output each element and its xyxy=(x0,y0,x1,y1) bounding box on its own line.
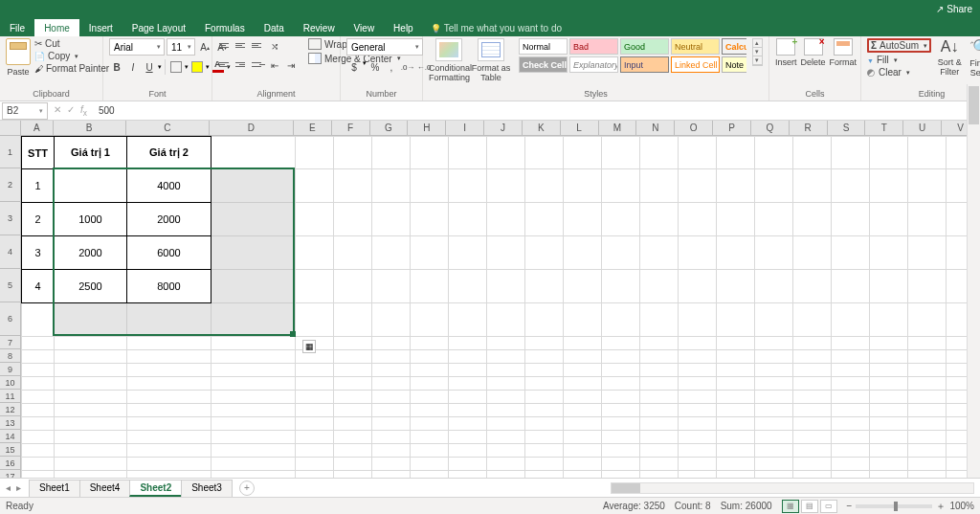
sheet-tab-sheet2[interactable]: Sheet2 xyxy=(129,480,182,497)
cell-style-bad[interactable]: Bad xyxy=(569,38,618,55)
table-cell[interactable]: 6000 xyxy=(127,236,212,270)
cell-grid[interactable]: STTGiá trị 1Giá trị 21500400021000200032… xyxy=(21,136,980,478)
table-cell[interactable]: 2 xyxy=(22,203,55,236)
styles-gallery-scroll[interactable]: ▴▾▾ xyxy=(752,38,763,66)
find-select-button[interactable]: 🔍Find & Select xyxy=(968,38,980,78)
delete-cells-button[interactable]: Delete xyxy=(801,38,826,67)
align-right-button[interactable] xyxy=(251,57,266,71)
tab-page-layout[interactable]: Page Layout xyxy=(122,19,195,36)
row-header-11[interactable]: 11 xyxy=(0,390,20,403)
select-all-corner[interactable] xyxy=(0,121,21,135)
table-cell[interactable]: 3 xyxy=(22,236,55,270)
row-header-7[interactable]: 7 xyxy=(0,336,20,349)
view-normal-button[interactable]: ▦ xyxy=(782,500,799,513)
row-headers[interactable]: 1234567891011121314151617181920212223242… xyxy=(0,136,21,478)
cut-button[interactable]: Cut xyxy=(34,38,109,49)
col-header-A[interactable]: A xyxy=(21,121,54,135)
col-header-K[interactable]: K xyxy=(523,121,561,135)
row-header-17[interactable]: 17 xyxy=(0,470,20,478)
zoom-in-button[interactable]: ＋ xyxy=(936,500,946,513)
row-header-3[interactable]: 3 xyxy=(0,202,20,235)
format-painter-button[interactable]: Format Painter xyxy=(34,63,109,74)
col-header-T[interactable]: T xyxy=(865,121,903,135)
col-header-D[interactable]: D xyxy=(210,121,294,135)
row-header-2[interactable]: 2 xyxy=(0,168,20,202)
percent-format-button[interactable]: % xyxy=(368,59,383,75)
col-header-O[interactable]: O xyxy=(675,121,713,135)
row-header-5[interactable]: 5 xyxy=(0,269,20,302)
quick-analysis-button[interactable]: ▦ xyxy=(302,340,316,353)
cell-style-calculation[interactable]: Calculation xyxy=(722,38,746,55)
conditional-formatting-button[interactable]: Conditional Formatting xyxy=(429,38,469,82)
col-header-Q[interactable]: Q xyxy=(751,121,790,135)
col-header-H[interactable]: H xyxy=(408,121,446,135)
row-header-12[interactable]: 12 xyxy=(0,403,20,416)
italic-button[interactable]: I xyxy=(125,59,141,75)
table-cell[interactable]: 2000 xyxy=(55,236,127,270)
copy-button[interactable]: Copy▾ xyxy=(34,51,109,61)
tab-view[interactable]: View xyxy=(345,19,385,36)
align-bottom-button[interactable] xyxy=(251,38,266,52)
decrease-indent-button[interactable]: ⇤ xyxy=(267,57,282,73)
zoom-level[interactable]: 100% xyxy=(949,501,974,511)
table-cell[interactable]: 2500 xyxy=(55,270,127,303)
format-cells-button[interactable]: Format xyxy=(830,38,858,67)
zoom-slider[interactable] xyxy=(856,504,932,508)
accounting-format-button[interactable]: $ xyxy=(346,59,362,75)
cell-style-explanatory-[interactable]: Explanatory... xyxy=(569,56,618,73)
fill-button[interactable]: Fill▾ xyxy=(867,55,931,65)
col-header-U[interactable]: U xyxy=(903,121,942,135)
table-cell[interactable]: 1 xyxy=(22,169,55,203)
autosum-button[interactable]: AutoSum▾ xyxy=(871,40,927,51)
horizontal-scrollbar[interactable] xyxy=(611,482,974,494)
row-header-6[interactable]: 6 xyxy=(0,302,20,336)
increase-font-button[interactable]: A▴ xyxy=(197,39,212,55)
sheet-tab-sheet4[interactable]: Sheet4 xyxy=(79,480,131,497)
table-cell[interactable]: 4000 xyxy=(127,169,212,203)
row-header-8[interactable]: 8 xyxy=(0,349,20,363)
sheet-tab-sheet3[interactable]: Sheet3 xyxy=(181,480,233,497)
column-headers[interactable]: ABCDEFGHIJKLMNOPQRSTUV xyxy=(0,121,980,136)
sheet-tab-sheet1[interactable]: Sheet1 xyxy=(29,480,80,497)
enter-formula-icon[interactable]: ✓ xyxy=(67,104,75,118)
row-header-4[interactable]: 4 xyxy=(0,235,20,269)
number-format-combo[interactable]: General xyxy=(346,38,423,56)
row-header-9[interactable]: 9 xyxy=(0,363,20,376)
cancel-formula-icon[interactable]: ✕ xyxy=(54,104,61,118)
increase-indent-button[interactable]: ⇥ xyxy=(283,57,299,73)
table-cell[interactable]: 4 xyxy=(22,270,55,303)
font-name-combo[interactable]: Arial xyxy=(109,38,165,56)
insert-cells-button[interactable]: Insert xyxy=(775,38,797,67)
table-cell[interactable]: 1000 xyxy=(55,203,127,236)
view-page-break-button[interactable]: ▭ xyxy=(820,500,837,513)
sheet-nav-prev[interactable]: ◂ xyxy=(6,482,11,493)
align-center-button[interactable] xyxy=(234,57,250,71)
underline-button[interactable]: U xyxy=(142,59,157,75)
font-size-combo[interactable]: 11 xyxy=(167,38,195,56)
row-header-15[interactable]: 15 xyxy=(0,443,20,457)
col-header-S[interactable]: S xyxy=(828,121,866,135)
bold-button[interactable]: B xyxy=(109,59,124,75)
cell-style-note[interactable]: Note xyxy=(722,56,746,73)
row-header-13[interactable]: 13 xyxy=(0,416,20,430)
tell-me-search[interactable]: Tell me what you want to do xyxy=(431,23,562,36)
name-box[interactable]: B2 xyxy=(2,102,48,120)
cell-style-normal[interactable]: Normal xyxy=(519,38,568,55)
col-header-E[interactable]: E xyxy=(294,121,332,135)
sheet-nav-next[interactable]: ▸ xyxy=(16,482,21,493)
col-header-C[interactable]: C xyxy=(126,121,211,135)
row-header-10[interactable]: 10 xyxy=(0,376,20,390)
tab-help[interactable]: Help xyxy=(384,19,423,36)
increase-decimal-button[interactable]: .0→ xyxy=(400,59,415,75)
tab-formulas[interactable]: Formulas xyxy=(195,19,255,36)
vertical-scrollbar[interactable] xyxy=(967,84,980,478)
orientation-button[interactable]: ⤭ xyxy=(267,38,282,54)
row-header-16[interactable]: 16 xyxy=(0,457,20,470)
comma-format-button[interactable]: , xyxy=(384,59,399,75)
col-header-N[interactable]: N xyxy=(636,121,675,135)
tab-review[interactable]: Review xyxy=(294,19,345,36)
zoom-out-button[interactable]: − xyxy=(847,501,853,511)
align-top-button[interactable] xyxy=(218,38,234,52)
fx-icon[interactable]: fx xyxy=(80,104,87,118)
row-header-1[interactable]: 1 xyxy=(0,136,20,168)
